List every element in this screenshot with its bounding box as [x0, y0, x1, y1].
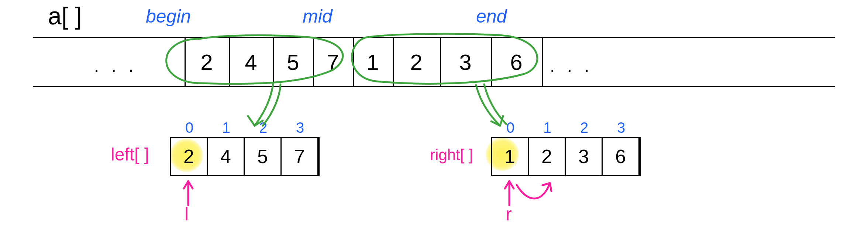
label-left-array: left[ ] — [111, 144, 149, 165]
left_array-index: 0 — [171, 119, 208, 136]
main-array-cell: 6 — [491, 38, 542, 86]
diagram-stage: a[ ] begin mid end 24571236 . . . . . . … — [0, 0, 868, 230]
main-array-cell: 2 — [393, 38, 440, 86]
right_array-cell: 2 — [529, 138, 566, 175]
label-end: end — [476, 6, 507, 27]
right_array-cell: 6 — [603, 138, 640, 175]
main-array-cell: 1 — [353, 38, 393, 86]
main-array-cell: 2 — [185, 38, 229, 86]
main-array-cell: 5 — [273, 38, 313, 86]
right_array-index: 3 — [603, 119, 640, 136]
hand-drawn-overlay — [0, 0, 868, 230]
right_array-cell: 1 — [492, 138, 529, 175]
right_array-index: 0 — [492, 119, 529, 136]
right-array-box: 10213263 — [491, 137, 641, 176]
pointer-l-label: l — [185, 203, 189, 225]
label-begin: begin — [146, 6, 191, 27]
label-mid: mid — [303, 6, 333, 27]
main-array-divider — [542, 38, 543, 86]
pointer-r-label: r — [506, 203, 512, 225]
left_array-index: 3 — [282, 119, 318, 136]
array-name-a: a[ ] — [48, 2, 82, 30]
left_array-cell: 7 — [282, 138, 318, 175]
left-array-box: 20415273 — [170, 137, 320, 176]
left_array-cell: 2 — [171, 138, 208, 175]
main-array-strip: 24571236 — [33, 37, 835, 87]
left_array-cell: 4 — [208, 138, 245, 175]
left_array-index: 1 — [208, 119, 245, 136]
ellipsis-left: . . . — [94, 55, 137, 76]
left_array-cell: 5 — [245, 138, 282, 175]
left_array-index: 2 — [245, 119, 282, 136]
ellipsis-right: . . . — [550, 55, 593, 76]
main-array-cell: 3 — [440, 38, 491, 86]
right_array-cell: 3 — [566, 138, 603, 175]
right_array-index: 1 — [529, 119, 566, 136]
main-array-cell: 7 — [313, 38, 353, 86]
label-right-array: right[ ] — [430, 146, 473, 164]
main-array-cell: 4 — [229, 38, 273, 86]
right_array-index: 2 — [566, 119, 603, 136]
